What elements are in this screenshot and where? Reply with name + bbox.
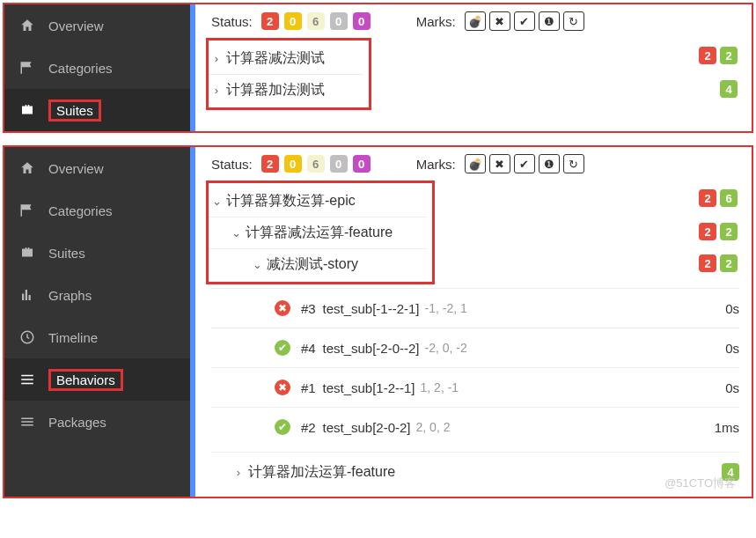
test-duration: 1ms xyxy=(715,420,739,435)
mark-check-icon[interactable]: ✔ xyxy=(514,154,535,173)
mark-bomb-icon[interactable]: 💣 xyxy=(465,154,486,173)
sidebar-item-overview[interactable]: Overview xyxy=(4,4,190,47)
briefcase-icon xyxy=(18,245,36,261)
chevron-right-icon: › xyxy=(210,52,223,65)
mark-check-icon[interactable]: ✔ xyxy=(514,11,535,31)
status-chip-cream[interactable]: 6 xyxy=(307,12,325,30)
test-name: test_sub[2-0-2] xyxy=(322,420,410,435)
count-lime: 2 xyxy=(720,223,738,240)
test-row[interactable]: ✖ #1 test_sub[1-2--1] 1, 2, -1 0s xyxy=(211,372,739,403)
mark-alert-icon[interactable]: ❶ xyxy=(539,154,560,173)
sidebar: Overview Categories Suites Graphs Timeli… xyxy=(4,147,190,497)
mark-close-icon[interactable]: ✖ xyxy=(489,154,510,173)
test-params: 1, 2, -1 xyxy=(421,380,459,394)
count-red: 2 xyxy=(699,254,716,272)
sidebar-item-graphs[interactable]: Graphs xyxy=(4,274,190,316)
test-index: #2 xyxy=(301,420,316,435)
clock-icon xyxy=(18,329,36,345)
test-duration: 0s xyxy=(725,341,739,356)
suites-screen: Overview Categories Suites Status: 2 0 6… xyxy=(3,3,753,133)
mark-alert-icon[interactable]: ❶ xyxy=(539,11,560,31)
status-chip-pink[interactable]: 0 xyxy=(353,12,371,30)
pass-icon: ✔ xyxy=(275,340,290,356)
test-row[interactable]: ✖ #3 test_sub[-1--2-1] -1, -2, 1 0s xyxy=(211,292,739,324)
main-behaviors: Status: 2 0 6 0 0 Marks: 💣 ✖ ✔ ❶ ↻ ⌄ 计算器… xyxy=(195,147,752,497)
status-label: Status: xyxy=(211,157,253,172)
tree-label: 减法测试-story xyxy=(267,255,427,274)
tree-row[interactable]: › 计算器加法运算-feature 4 xyxy=(211,456,739,488)
sidebar-item-suites[interactable]: Suites xyxy=(4,232,190,274)
sidebar-item-overview[interactable]: Overview xyxy=(4,147,190,189)
tree-row[interactable]: ⌄ 计算器算数运算-epic xyxy=(209,185,427,217)
sidebar-label: Suites xyxy=(48,99,101,122)
chevron-down-icon: ⌄ xyxy=(210,195,223,208)
sidebar-label: Timeline xyxy=(48,330,98,345)
status-chip-orange[interactable]: 0 xyxy=(284,155,302,173)
sidebar-item-categories[interactable]: Categories xyxy=(4,189,190,232)
tree-label: 计算器加法测试 xyxy=(226,81,363,99)
tree: › 计算器减法测试 › 计算器加法测试 2 2 4 xyxy=(211,38,739,110)
tree-row[interactable]: ⌄ 计算器减法运算-feature xyxy=(209,217,427,248)
home-icon xyxy=(18,160,36,176)
chevron-down-icon: ⌄ xyxy=(230,226,242,240)
mark-refresh-icon[interactable]: ↻ xyxy=(563,11,584,31)
marks-label: Marks: xyxy=(416,157,456,172)
tree-row[interactable]: › 计算器减法测试 xyxy=(209,42,363,74)
test-index: #1 xyxy=(301,380,316,395)
tree-label: 计算器算数运算-epic xyxy=(226,192,427,210)
menu-icon xyxy=(18,414,36,430)
sidebar-item-suites[interactable]: Suites xyxy=(4,89,190,131)
status-chip-gray[interactable]: 0 xyxy=(330,12,348,30)
tree-label: 计算器减法运算-feature xyxy=(246,224,427,242)
sidebar-item-behaviors[interactable]: Behaviors xyxy=(4,358,190,401)
status-chip-red[interactable]: 2 xyxy=(261,155,279,173)
status-chip-red[interactable]: 2 xyxy=(261,12,279,30)
sidebar-label: Packages xyxy=(48,415,106,430)
mark-refresh-icon[interactable]: ↻ xyxy=(563,154,584,173)
count-lime: 2 xyxy=(720,47,738,64)
sidebar-label: Overview xyxy=(48,161,104,176)
test-name: test_sub[-2-0--2] xyxy=(322,341,419,356)
status-chip-pink[interactable]: 0 xyxy=(353,155,371,173)
test-params: -1, -2, 1 xyxy=(425,301,467,315)
sidebar-item-categories[interactable]: Categories xyxy=(4,47,190,89)
status-chip-orange[interactable]: 0 xyxy=(284,12,302,30)
status-chip-gray[interactable]: 0 xyxy=(330,155,348,173)
sidebar-label: Categories xyxy=(48,61,113,76)
count-red: 2 xyxy=(699,47,716,64)
mark-close-icon[interactable]: ✖ xyxy=(489,11,510,31)
test-duration: 0s xyxy=(725,301,739,316)
tree-row[interactable]: ⌄ 减法测试-story xyxy=(209,248,427,280)
list-icon xyxy=(18,372,36,387)
chevron-right-icon: › xyxy=(210,84,223,97)
status-label: Status: xyxy=(211,14,253,29)
sidebar: Overview Categories Suites xyxy=(4,4,190,131)
tree: ⌄ 计算器算数运算-epic ⌄ 计算器减法运算-feature ⌄ 减法测试-… xyxy=(211,181,739,488)
sidebar-label: Categories xyxy=(48,203,113,218)
toolbar: Status: 2 0 6 0 0 Marks: 💣 ✖ ✔ ❶ ↻ xyxy=(211,10,739,38)
tree-row[interactable]: › 计算器加法测试 xyxy=(209,74,363,106)
sidebar-item-timeline[interactable]: Timeline xyxy=(4,316,190,358)
sidebar-item-packages[interactable]: Packages xyxy=(4,401,190,443)
test-duration: 0s xyxy=(725,380,739,395)
sidebar-label: Behaviors xyxy=(48,369,123,391)
count-lime: 4 xyxy=(720,80,738,98)
tree-label: 计算器加法运算-feature xyxy=(248,463,722,482)
toolbar: Status: 2 0 6 0 0 Marks: 💣 ✖ ✔ ❶ ↻ xyxy=(211,152,739,181)
main-suites: Status: 2 0 6 0 0 Marks: 💣 ✖ ✔ ❶ ↻ › 计算器… xyxy=(195,4,752,131)
sidebar-label: Overview xyxy=(48,18,104,33)
marks-label: Marks: xyxy=(416,14,456,29)
fail-icon: ✖ xyxy=(275,380,290,395)
sidebar-label: Graphs xyxy=(48,288,92,303)
test-index: #4 xyxy=(301,341,316,356)
behaviors-screen: Overview Categories Suites Graphs Timeli… xyxy=(3,145,753,498)
test-index: #3 xyxy=(301,301,316,316)
count-lime: 6 xyxy=(720,189,738,207)
chevron-right-icon: › xyxy=(232,466,245,479)
mark-bomb-icon[interactable]: 💣 xyxy=(465,11,486,31)
flag-icon xyxy=(18,60,36,76)
test-row[interactable]: ✔ #4 test_sub[-2-0--2] -2, 0, -2 0s xyxy=(211,332,739,364)
count-lime: 2 xyxy=(720,254,738,272)
status-chip-cream[interactable]: 6 xyxy=(307,155,325,173)
test-row[interactable]: ✔ #2 test_sub[2-0-2] 2, 0, 2 1ms xyxy=(211,411,739,443)
